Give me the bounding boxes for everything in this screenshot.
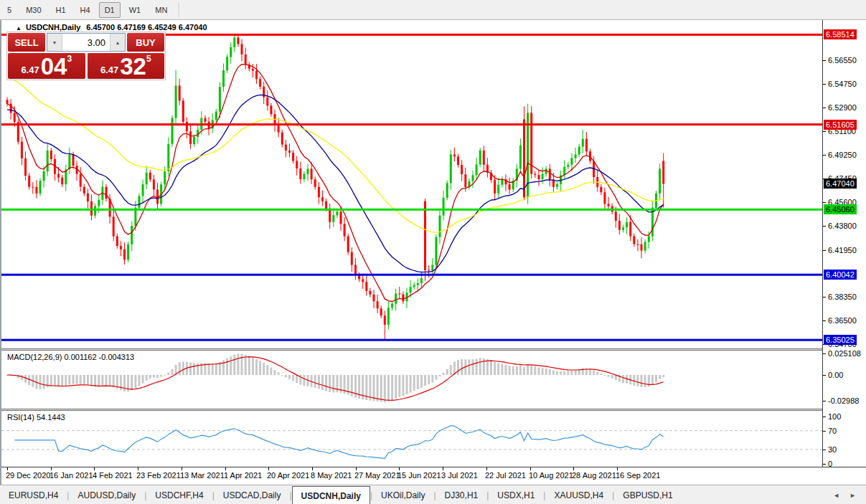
chart-title: ▲USDCNH,Daily6.45700 6.47169 6.45249 6.4… (16, 23, 207, 32)
sell-price-sup: 3 (67, 54, 72, 63)
tab-usdx-h1[interactable]: USDX,H1 (489, 485, 543, 504)
rsi-panel[interactable]: RSI(14) 54.1443 (1, 411, 822, 467)
rsi-chart (1, 411, 822, 467)
price-tick-tick (823, 297, 826, 298)
price-tick: 6.54750 (828, 80, 857, 88)
macd-tick: 0.00 (828, 371, 843, 379)
date-label: 16 Jan 2021 (50, 471, 93, 480)
rsi-tick-tick (823, 464, 826, 465)
date-tick (530, 467, 531, 470)
rsi-tick-tick (823, 417, 826, 417)
volume-field[interactable]: 3.00 (62, 34, 110, 51)
tab-usdcnh-daily[interactable]: USDCNH,Daily (292, 486, 370, 504)
price-chart-panel[interactable]: ▲USDCNH,Daily6.45700 6.47169 6.45249 6.4… (1, 20, 822, 348)
buy-price-big: 32 (120, 56, 146, 77)
macd-tick: 0.025108 (828, 349, 861, 358)
volume-decrease-icon[interactable]: ▼ (47, 34, 62, 51)
level-price-badge: 6.35025 (824, 335, 857, 345)
date-tick (7, 467, 8, 470)
sell-price-box[interactable]: 6.47 04 3 (8, 53, 85, 79)
macd-tick-tick (823, 375, 826, 376)
tab-eurusd-h4[interactable]: EURUSD,H4 (0, 485, 67, 504)
rsi-tick: 100 (828, 412, 841, 421)
price-tick: 6.38350 (828, 293, 857, 301)
level-price-badge: 6.58514 (824, 29, 857, 39)
price-tick: 6.36500 (828, 316, 857, 325)
timeframe-button-mn[interactable]: MN (149, 2, 173, 18)
tab-dj30-h1[interactable]: DJ30,H1 (436, 485, 487, 504)
tab-scroll-left-icon[interactable]: ◄ (833, 492, 839, 499)
price-tick-tick (823, 155, 826, 156)
date-tick (94, 467, 95, 470)
tab-usdcad-daily[interactable]: USDCAD,Daily (215, 485, 290, 504)
one-click-trade-panel: SELL ▼ 3.00 ▲ BUY 6.47 04 3 6.47 (6, 32, 166, 80)
date-label: 10 Aug 2021 (529, 471, 573, 480)
timeframe-button-5[interactable]: 5 (1, 2, 17, 18)
date-tick (268, 467, 269, 470)
buy-price-small: 6.47 (100, 63, 118, 77)
volume-increase-icon[interactable]: ▲ (110, 34, 125, 51)
trading-terminal: 5M30H1H4D1W1MN ▲USDCNH,Daily6.45700 6.47… (0, 0, 866, 504)
date-label: 13 Mar 2021 (180, 471, 225, 480)
price-tick-tick (823, 131, 826, 132)
price-tick: 6.56550 (828, 56, 857, 65)
macd-panel[interactable]: MACD(12,26,9) 0.001162 -0.004313 (1, 351, 822, 409)
rsi-tick-tick (823, 450, 826, 450)
date-tick (356, 467, 357, 470)
tab-gbpusd-h1[interactable]: GBPUSD,H1 (614, 485, 681, 504)
timeframe-button-w1[interactable]: W1 (123, 2, 147, 18)
date-tick (312, 467, 313, 470)
chart-symbol-period: USDCNH,Daily (26, 23, 80, 32)
price-tick: 6.41950 (828, 246, 857, 255)
date-label: 23 Feb 2021 (136, 471, 181, 480)
date-label: 8 May 2021 (311, 471, 352, 480)
timeframe-button-m30[interactable]: M30 (20, 2, 47, 18)
macd-label: MACD(12,26,9) 0.001162 -0.004313 (7, 353, 134, 361)
chart-tab-bar: EURUSD,H4|AUDUSD,Daily|USDCHF,H4|USDCAD,… (0, 485, 866, 504)
chart-ohlc-values: 6.45700 6.47169 6.45249 6.47040 (86, 23, 207, 32)
timeframe-button-h4[interactable]: H4 (75, 2, 96, 18)
date-label: 3 Jul 2021 (441, 471, 478, 480)
sell-price-small: 6.47 (21, 63, 39, 77)
rsi-label: RSI(14) 54.1443 (7, 413, 65, 422)
date-label: 20 Apr 2021 (267, 471, 309, 480)
date-label: 28 Aug 2021 (572, 471, 616, 480)
price-tick: 6.43800 (828, 222, 857, 230)
date-tick (617, 467, 618, 470)
sell-price-big: 04 (41, 56, 67, 77)
level-price-badge: 6.40042 (824, 270, 857, 280)
toolbar-separator (179, 3, 180, 17)
price-tick-tick (823, 84, 826, 85)
rsi-tick: 30 (828, 445, 837, 454)
price-tick-tick (823, 250, 826, 251)
tab-ukoil-daily[interactable]: UKOil,Daily (372, 485, 433, 504)
macd-tick-tick (823, 401, 826, 401)
buy-price-box[interactable]: 6.47 32 5 (88, 53, 165, 79)
date-tick (51, 467, 52, 470)
tab-audusd-daily[interactable]: AUDUSD,Daily (69, 485, 144, 504)
sell-button[interactable]: SELL (8, 33, 45, 52)
tab-scroll-right-icon[interactable]: ► (849, 492, 856, 499)
price-axis: 6.565506.547506.529006.511006.492506.474… (822, 20, 866, 467)
level-price-badge: 6.45060 (824, 204, 857, 214)
date-label: 15 Jun 2021 (397, 471, 441, 480)
collapse-triangle-icon[interactable]: ▲ (16, 25, 22, 32)
tab-xauusd-h4[interactable]: XAUUSD,H4 (545, 485, 612, 504)
price-tick-tick (823, 108, 826, 108)
buy-price-sup: 5 (146, 54, 151, 63)
timeframe-button-h1[interactable]: H1 (50, 2, 72, 18)
date-label: 27 May 2021 (354, 471, 400, 480)
date-tick (225, 467, 226, 470)
buy-button[interactable]: BUY (127, 33, 164, 52)
macd-tick: -0.02988 (828, 396, 859, 405)
date-tick (182, 467, 182, 470)
macd-tick-tick (823, 353, 826, 354)
timeframe-button-d1[interactable]: D1 (99, 2, 121, 18)
time-axis: 29 Dec 202016 Jan 20214 Feb 202123 Feb 2… (1, 467, 866, 485)
date-label: 4 Feb 2021 (93, 471, 133, 480)
date-label: 22 Jul 2021 (485, 471, 526, 480)
rsi-tick: 70 (828, 427, 837, 435)
tab-usdchf-h4[interactable]: USDCHF,H4 (146, 485, 212, 504)
price-tick: 6.52900 (828, 103, 857, 112)
date-label: 29 Dec 2020 (6, 471, 50, 480)
